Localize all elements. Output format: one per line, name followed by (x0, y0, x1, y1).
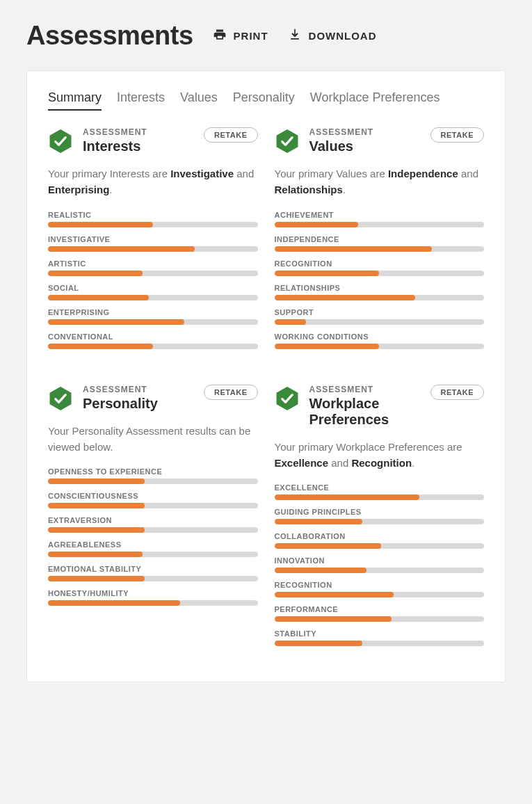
tab-workplace-preferences[interactable]: Workplace Preferences (310, 90, 440, 111)
tab-values[interactable]: Values (180, 90, 218, 111)
print-button[interactable]: PRINT (213, 28, 268, 44)
bar-label: EMOTIONAL STABILITY (48, 565, 258, 573)
check-hex-icon (275, 386, 300, 411)
svg-marker-2 (50, 387, 72, 410)
svg-marker-0 (50, 129, 72, 153)
bar-track (48, 479, 258, 484)
assessment-workplace: ASSESSMENT Workplace Preferences RETAKE … (275, 385, 485, 654)
bar-track (48, 527, 258, 533)
bar-row: INVESTIGATIVE (48, 235, 258, 252)
bar-label: RECOGNITION (275, 581, 485, 589)
bar-fill (275, 641, 363, 646)
bar-track (48, 295, 258, 300)
tab-personality[interactable]: Personality (233, 90, 295, 111)
bar-label: REALISTIC (48, 211, 258, 219)
assessment-description: Your primary Interests are Investigative… (48, 166, 258, 198)
bar-track (48, 552, 258, 557)
bar-track (48, 576, 258, 581)
page-title: Assessments (26, 21, 193, 51)
bar-track (275, 616, 485, 622)
bar-row: RELATIONSHIPS (275, 284, 485, 300)
bar-track (48, 600, 258, 606)
bar-track (48, 246, 258, 252)
bar-fill (275, 222, 359, 227)
assessment-title: Interests (83, 138, 194, 154)
download-icon (288, 28, 302, 44)
bar-fill (48, 271, 143, 276)
assessment-values: ASSESSMENT Values RETAKE Your primary Va… (275, 127, 485, 357)
bar-label: SUPPORT (275, 308, 485, 316)
bar-row: ARTISTIC (48, 259, 258, 276)
bar-label: ACHIEVEMENT (275, 211, 485, 219)
bar-row: RECOGNITION (275, 581, 485, 597)
assessment-personality: ASSESSMENT Personality RETAKE Your Perso… (48, 385, 258, 654)
bar-fill (48, 246, 195, 252)
bar-fill (48, 600, 180, 606)
bar-label: RELATIONSHIPS (275, 284, 485, 292)
bar-fill (48, 319, 184, 325)
bar-fill (275, 592, 394, 597)
bar-label: EXCELLENCE (275, 483, 485, 492)
bars-container: OPENNESS TO EXPERIENCECONSCIENTIOUSNESSE… (48, 467, 258, 606)
bar-track (275, 641, 485, 646)
bar-track (48, 222, 258, 227)
svg-marker-1 (276, 129, 298, 153)
assessment-eyebrow: ASSESSMENT (309, 127, 421, 137)
bar-row: CONSCIENTIOUSNESS (48, 492, 258, 508)
assessment-title: Values (309, 138, 421, 154)
bar-label: INNOVATION (275, 556, 485, 565)
bar-fill (275, 495, 419, 500)
bar-track (48, 319, 258, 325)
bar-label: OPENNESS TO EXPERIENCE (48, 467, 258, 476)
tab-summary[interactable]: Summary (48, 90, 102, 111)
bar-label: INDEPENDENCE (275, 235, 485, 243)
retake-button[interactable]: RETAKE (204, 127, 257, 143)
bar-row: OPENNESS TO EXPERIENCE (48, 467, 258, 484)
bar-fill (275, 344, 380, 349)
bar-label: COLLABORATION (275, 532, 485, 540)
bar-label: AGREEABLENESS (48, 540, 258, 549)
check-hex-icon (48, 386, 73, 411)
bars-container: REALISTICINVESTIGATIVEARTISTICSOCIALENTE… (48, 211, 258, 349)
bar-row: WORKING CONDITIONS (275, 332, 485, 349)
print-icon (213, 28, 227, 44)
bar-row: HONESTY/HUMILITY (48, 589, 258, 606)
bar-fill (48, 552, 143, 557)
bar-fill (48, 527, 145, 533)
bar-label: STABILITY (275, 629, 485, 638)
bar-row: SOCIAL (48, 284, 258, 300)
retake-button[interactable]: RETAKE (204, 385, 257, 400)
retake-button[interactable]: RETAKE (430, 127, 484, 143)
bar-row: ENTERPRISING (48, 308, 258, 325)
bar-track (48, 271, 258, 276)
download-button[interactable]: DOWNLOAD (288, 28, 377, 44)
bar-fill (275, 271, 380, 276)
bar-row: RECOGNITION (275, 259, 485, 276)
assessments-card: Summary Interests Values Personality Wor… (26, 70, 506, 682)
bars-container: EXCELLENCEGUIDING PRINCIPLESCOLLABORATIO… (275, 483, 485, 646)
retake-button[interactable]: RETAKE (430, 385, 484, 400)
bar-label: ENTERPRISING (48, 308, 258, 316)
bar-row: EXCELLENCE (275, 483, 485, 500)
bar-row: CONVENTIONAL (48, 332, 258, 349)
bars-container: ACHIEVEMENTINDEPENDENCERECOGNITIONRELATI… (275, 211, 485, 349)
print-label: PRINT (234, 30, 268, 42)
bar-row: COLLABORATION (275, 532, 485, 549)
bar-row: INNOVATION (275, 556, 485, 573)
svg-marker-3 (276, 387, 298, 410)
assessment-description: Your Personality Assessment results can … (48, 423, 258, 456)
bar-row: STABILITY (275, 629, 485, 646)
tab-interests[interactable]: Interests (117, 90, 165, 111)
bar-track (48, 344, 258, 349)
bar-track (275, 519, 485, 524)
bar-row: SUPPORT (275, 308, 485, 325)
bar-track (275, 295, 485, 300)
bar-label: CONVENTIONAL (48, 332, 258, 341)
bar-row: REALISTIC (48, 211, 258, 227)
assessment-description: Your primary Values are Independence and… (275, 166, 485, 198)
bar-label: SOCIAL (48, 284, 258, 292)
bar-fill (48, 222, 153, 227)
check-hex-icon (275, 129, 300, 154)
bar-fill (48, 295, 149, 300)
bar-fill (275, 543, 382, 549)
